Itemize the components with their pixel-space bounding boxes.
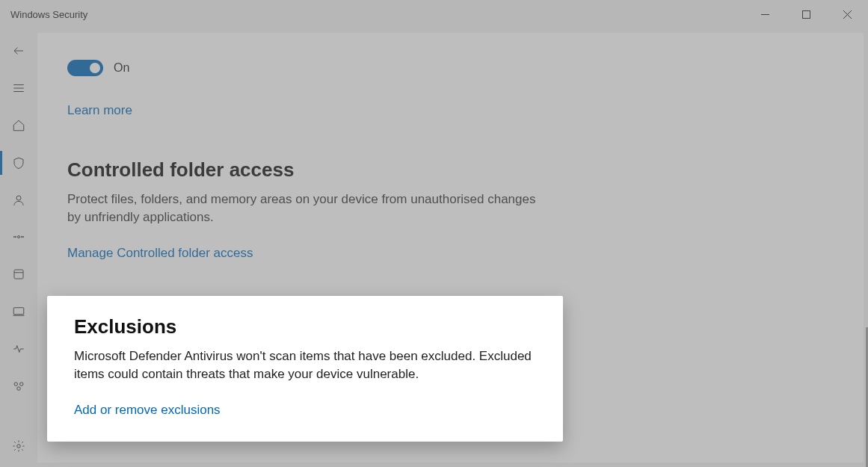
exclusions-heading: Exclusions [74, 315, 536, 338]
exclusions-card: Exclusions Microsoft Defender Antivirus … [47, 296, 563, 442]
exclusions-body: Microsoft Defender Antivirus won't scan … [74, 347, 536, 383]
add-remove-exclusions-link[interactable]: Add or remove exclusions [74, 403, 536, 418]
